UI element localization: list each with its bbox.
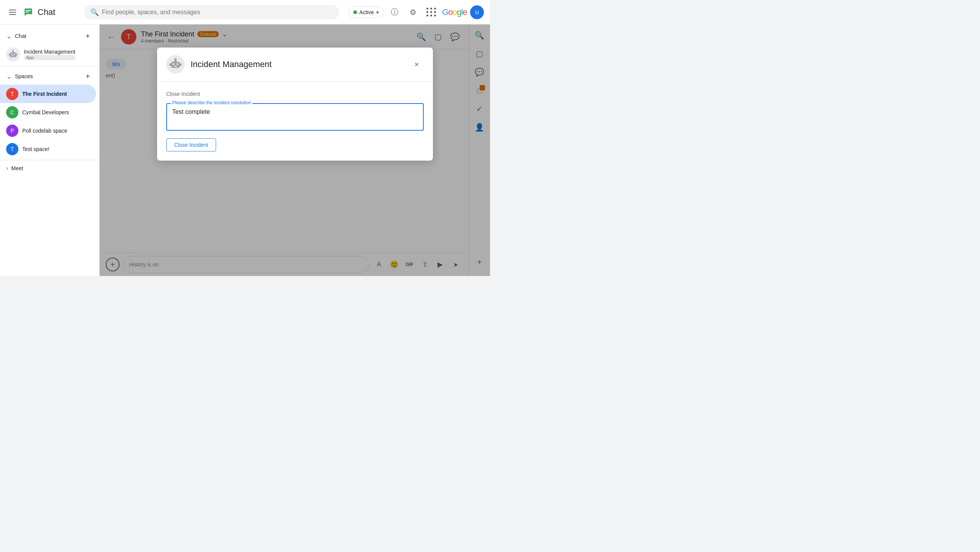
incident-management-modal: Incident Management × Close Incident Ple…	[157, 48, 433, 161]
settings-icon[interactable]: ⚙	[405, 5, 421, 20]
svg-rect-5	[14, 54, 15, 55]
hamburger-icon[interactable]	[6, 5, 19, 20]
chat-section-header[interactable]: ⌄ Chat +	[0, 28, 99, 44]
space-avatar-p: P	[6, 125, 18, 137]
status-pill[interactable]: Active ▾	[348, 7, 384, 18]
search-input[interactable]	[102, 9, 333, 16]
help-icon[interactable]: ⓘ	[387, 5, 402, 20]
sidebar: ⌄ Chat + Incident Management App	[0, 25, 100, 276]
top-bar-left: Chat	[6, 5, 75, 20]
sidebar-incident-info: Incident Management App	[24, 49, 75, 60]
sidebar-incident-name: Incident Management	[24, 49, 75, 55]
apps-icon[interactable]	[424, 5, 439, 20]
modal-robot-icon	[166, 55, 185, 74]
status-chevron-icon: ▾	[376, 9, 379, 15]
incident-app-badge: App	[24, 55, 75, 60]
chat-section-title: ⌄ Chat	[6, 32, 26, 40]
modal-close-button[interactable]: ×	[410, 58, 424, 71]
sidebar-item-poll-codelab[interactable]: P Poll codelab space	[0, 122, 96, 140]
sidebar-item-the-first-incident[interactable]: T The First Incident	[0, 85, 96, 103]
sidebar-item-cymbal-developers[interactable]: C Cymbal Developers	[0, 103, 96, 122]
svg-rect-6	[12, 56, 14, 56]
search-icon: 🔍	[90, 8, 99, 16]
svg-rect-1	[25, 8, 32, 14]
status-dot	[353, 10, 357, 14]
spaces-add-button[interactable]: +	[82, 71, 93, 82]
svg-rect-13	[173, 63, 174, 65]
chevron-down-icon: ⌄	[6, 32, 12, 40]
status-label: Active	[359, 9, 374, 15]
user-avatar[interactable]: U	[470, 5, 484, 19]
spaces-section-title: ⌄ Spaces	[6, 72, 33, 80]
sidebar-item-test-space[interactable]: T Test space!	[0, 140, 96, 158]
modal-body: Close Incident Please describe the incid…	[157, 82, 433, 161]
sidebar-divider	[0, 66, 99, 66]
spaces-section-header[interactable]: ⌄ Spaces +	[0, 68, 99, 85]
textarea-wrapper: Please describe the incident resolution	[166, 103, 424, 131]
modal-overlay[interactable]: Incident Management × Close Incident Ple…	[100, 25, 490, 276]
meet-section-title: Meet	[11, 165, 23, 171]
space-avatar-t1: T	[6, 88, 18, 100]
main-layout: ⌄ Chat + Incident Management App	[0, 25, 490, 276]
content-area: ← T The First Incident External ⌄ 4 memb…	[100, 25, 490, 276]
chat-logo-icon	[22, 6, 34, 18]
meet-section[interactable]: › Meet	[0, 162, 99, 175]
svg-point-8	[12, 50, 14, 52]
svg-rect-4	[11, 54, 12, 55]
space-avatar-c: C	[6, 106, 18, 118]
space-name-test: Test space!	[22, 146, 49, 152]
svg-rect-9	[9, 54, 10, 56]
space-name-first-incident: The First Incident	[22, 91, 67, 97]
modal-title: Incident Management	[191, 59, 404, 69]
top-bar: Chat 🔍 Active ▾ ⓘ ⚙ Google U	[0, 0, 490, 25]
chat-add-button[interactable]: +	[82, 31, 93, 41]
app-title: Chat	[38, 7, 55, 17]
search-bar[interactable]: 🔍	[84, 5, 339, 20]
close-incident-button[interactable]: Close Incident	[166, 138, 216, 151]
chevron-right-meet-icon: ›	[6, 165, 8, 172]
svg-rect-10	[16, 54, 17, 56]
chevron-down-spaces-icon: ⌄	[6, 72, 12, 80]
svg-rect-18	[169, 63, 171, 66]
google-logo: Google	[442, 7, 467, 17]
space-avatar-t2: T	[6, 143, 18, 155]
svg-rect-3	[10, 53, 16, 57]
robot-icon	[6, 48, 20, 61]
space-name-cymbal: Cymbal Developers	[22, 109, 69, 115]
textarea-label: Please describe the incident resolution	[171, 100, 252, 105]
modal-header: Incident Management ×	[157, 48, 433, 82]
svg-rect-15	[174, 66, 177, 67]
svg-rect-14	[177, 63, 178, 65]
top-bar-right: Active ▾ ⓘ ⚙ Google U	[348, 5, 484, 20]
sidebar-divider-2	[0, 160, 99, 160]
space-name-poll: Poll codelab space	[22, 128, 67, 134]
svg-point-17	[174, 58, 177, 61]
svg-rect-19	[180, 63, 182, 66]
resolution-textarea[interactable]	[172, 108, 418, 124]
close-incident-label: Close Incident	[166, 91, 424, 97]
sidebar-item-incident-management[interactable]: Incident Management App	[0, 44, 99, 64]
svg-rect-12	[171, 62, 180, 68]
